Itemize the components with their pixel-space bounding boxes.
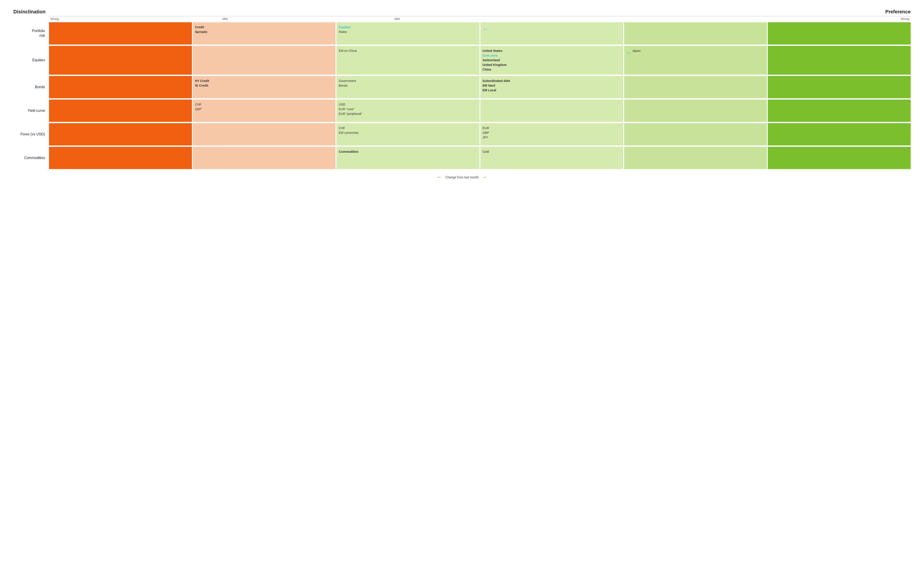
cell-content: CHFGBP xyxy=(195,102,202,111)
grid-cell: CHFEM currencies xyxy=(336,123,479,145)
header-row: Disinclination Preference xyxy=(13,9,911,15)
grid-cell: CreditSpreads xyxy=(193,22,336,45)
scale-mild-right: Mild xyxy=(393,16,565,21)
scale-row: Strong Mild Mild Strong xyxy=(49,16,911,21)
row-label: Forex (vs USD) xyxy=(13,123,49,145)
grid-container: Portfolio riskCreditSpreadsEquitiesRates… xyxy=(13,22,911,169)
cell-text: JPY xyxy=(483,135,489,140)
scale-strong-left: Strong xyxy=(49,16,221,21)
cell-text: EM ex-China xyxy=(339,48,357,53)
legend-arrow-green: → xyxy=(482,174,487,180)
grid-cell xyxy=(49,22,192,45)
grid-cells: CreditSpreadsEquitiesRates← xyxy=(49,22,911,45)
scale-spacer xyxy=(565,16,737,21)
grid-cell xyxy=(49,46,192,74)
cell-content: CreditSpreads xyxy=(195,25,207,34)
grid-cell xyxy=(480,100,623,122)
scale-mild-left: Mild xyxy=(221,16,393,21)
cell-text: Euro zone xyxy=(483,53,507,58)
grid-cell xyxy=(624,22,767,45)
grid-cell: EquitiesRates xyxy=(336,22,479,45)
cell-text: EUR xyxy=(483,126,489,131)
grid-cell xyxy=(193,123,336,145)
cell-text: USD xyxy=(339,102,362,107)
cell-text: CHF xyxy=(195,102,202,107)
grid-row: Portfolio riskCreditSpreadsEquitiesRates… xyxy=(13,22,911,45)
cell-content: Gold xyxy=(483,150,489,154)
cell-content: Subordinated debtEM HardEM Local xyxy=(483,79,510,93)
grid-cell: HY CreditIG Credit xyxy=(193,76,336,98)
grid-cell: ← xyxy=(480,22,623,45)
cell-text: Commodities xyxy=(339,150,359,154)
legend-arrow-orange: ← xyxy=(437,174,442,180)
cell-text: EM Local xyxy=(483,88,510,93)
direction-arrow: ← xyxy=(483,25,488,34)
row-label: Yield curve xyxy=(13,100,49,122)
grid-cells: CHFEM currenciesEURGBPJPY xyxy=(49,123,911,145)
grid-cell xyxy=(49,76,192,98)
cell-text: Spreads xyxy=(195,30,207,34)
grid-cell xyxy=(193,46,336,74)
grid-row: EquitiesEM ex-ChinaUnited StatesEuro zon… xyxy=(13,46,911,74)
cell-text: EUR “core” xyxy=(339,107,362,111)
grid-cell xyxy=(768,46,911,74)
cell-content: EURGBPJPY xyxy=(483,126,489,140)
cell-text: GBP xyxy=(195,107,202,111)
cell-text: Equities xyxy=(339,25,351,30)
grid-cell xyxy=(768,123,911,145)
cell-text: EM currencies xyxy=(339,131,359,135)
grid-cells: HY CreditIG CreditGovernmentBondsSubordi… xyxy=(49,76,911,98)
grid-row: Yield curveCHFGBPUSDEUR “core”EUR “perip… xyxy=(13,100,911,122)
row-label: Commodities xyxy=(13,147,49,169)
grid-cell xyxy=(624,100,767,122)
cell-content: Commodities xyxy=(339,150,359,154)
cell-text: Subordinated debt xyxy=(483,79,510,83)
cell-text: Government xyxy=(339,79,356,83)
cell-text: HY Credit xyxy=(195,79,209,83)
cell-content: Japan xyxy=(632,48,641,53)
grid-cell xyxy=(49,100,192,122)
grid-cell xyxy=(768,100,911,122)
grid-cell: Commodities xyxy=(336,147,479,169)
grid-cell: ←Japan xyxy=(624,46,767,74)
cell-text: Bonds xyxy=(339,83,356,88)
cell-content: CHFEM currencies xyxy=(339,126,359,135)
grid-cell: EM ex-China xyxy=(336,46,479,74)
cell-content: United StatesEuro zoneSwitzerlandUnited … xyxy=(483,48,507,72)
grid-row: BondsHY CreditIG CreditGovernmentBondsSu… xyxy=(13,76,911,98)
grid-cell xyxy=(768,147,911,169)
cell-text: Gold xyxy=(483,150,489,154)
grid-cell: EURGBPJPY xyxy=(480,123,623,145)
cell-text: United Kingdom xyxy=(483,63,507,67)
cell-text: China xyxy=(483,67,507,72)
cell-content: GovernmentBonds xyxy=(339,79,356,88)
row-label: Bonds xyxy=(13,76,49,98)
grid-cell xyxy=(624,76,767,98)
cell-text: GBP xyxy=(483,131,489,135)
cell-text: EUR “peripheral” xyxy=(339,111,362,116)
cell-text: United States xyxy=(483,48,507,53)
legend: ← Change from last month → xyxy=(13,174,911,180)
preference-label: Preference xyxy=(885,9,911,15)
grid-row: CommoditiesCommoditiesGold xyxy=(13,147,911,169)
cell-text: EM Hard xyxy=(483,83,510,88)
legend-text: Change from last month xyxy=(446,176,478,179)
grid-cell xyxy=(49,147,192,169)
grid-cell: USDEUR “core”EUR “peripheral” xyxy=(336,100,479,122)
row-label: Portfolio risk xyxy=(13,22,49,45)
grid-cell: Subordinated debtEM HardEM Local xyxy=(480,76,623,98)
row-label: Equities xyxy=(13,46,49,74)
grid-cell xyxy=(768,22,911,45)
cell-text: Rates xyxy=(339,30,351,34)
cell-content: HY CreditIG Credit xyxy=(195,79,209,88)
disinclination-label: Disinclination xyxy=(13,9,45,15)
grid-cell: CHFGBP xyxy=(193,100,336,122)
cell-content: EM ex-China xyxy=(339,48,357,53)
direction-arrow: ← xyxy=(626,48,632,57)
grid-cell: United StatesEuro zoneSwitzerlandUnited … xyxy=(480,46,623,74)
grid-cell: GovernmentBonds xyxy=(336,76,479,98)
grid-cells: EM ex-ChinaUnited StatesEuro zoneSwitzer… xyxy=(49,46,911,74)
cell-text: CHF xyxy=(339,126,359,131)
grid-cell xyxy=(768,76,911,98)
grid-cell xyxy=(624,123,767,145)
